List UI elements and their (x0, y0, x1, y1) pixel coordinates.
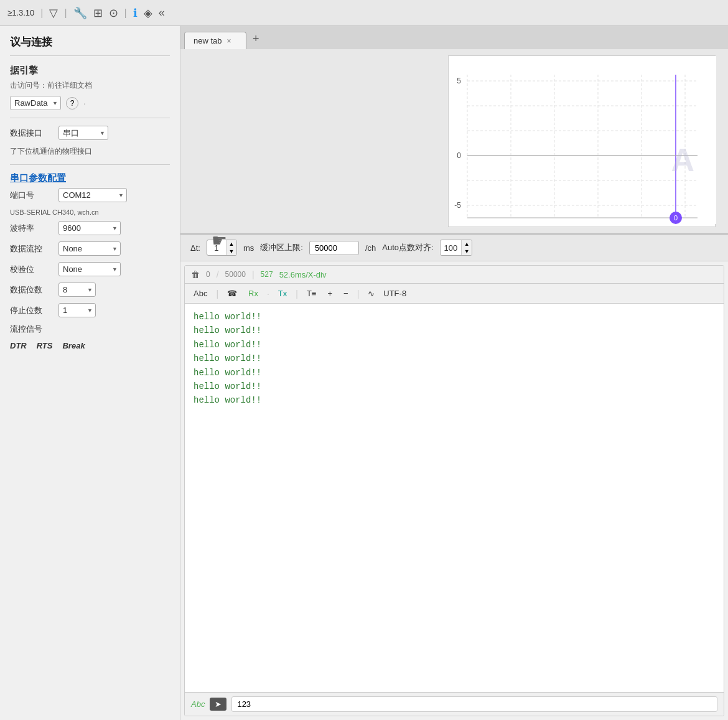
output-area: hello world!!hello world!!hello world!!h… (185, 304, 724, 692)
rts-button[interactable]: RTS (37, 341, 53, 350)
flow-signal-label: 流控信号 (10, 324, 54, 335)
flow-select-wrap[interactable]: None (58, 241, 121, 256)
svg-text:-5: -5 (454, 201, 461, 210)
data-engine-title: 据引擎 (10, 65, 170, 77)
delta-t-spin-buttons[interactable]: ▲ ▼ (226, 240, 236, 255)
auto-spin-buttons[interactable]: ▲ ▼ (461, 240, 472, 255)
target-icon[interactable]: ⊙ (109, 6, 118, 20)
data-engine-link[interactable]: 击访问号：前往详细文档 (10, 80, 170, 91)
parity-row: 校验位 None (10, 262, 170, 276)
active-tab[interactable]: new tab × (184, 32, 246, 49)
phone-button[interactable]: ☎ (225, 288, 240, 299)
data-bits-select[interactable]: 8 (58, 283, 96, 297)
chart-container: 5 0 -5 -526 ms -263 0 A (180, 49, 728, 233)
auto-up[interactable]: ▲ (462, 240, 472, 248)
text-align-button[interactable]: T≡ (304, 288, 319, 299)
output-line: hello world!! (194, 366, 715, 380)
data-bits-label: 数据位数 (10, 284, 54, 296)
auto-down[interactable]: ▼ (462, 248, 472, 255)
svg-text:0: 0 (457, 151, 461, 160)
parity-select-wrap[interactable]: None (58, 262, 121, 276)
divider-2 (10, 164, 170, 165)
settings-icon[interactable]: 🔧 (73, 6, 87, 20)
svg-text:5: 5 (457, 77, 461, 85)
baud-select-wrap[interactable]: 9600 (58, 221, 121, 235)
sidebar-title: 议与连接 (10, 35, 170, 56)
info-icon[interactable]: ℹ (133, 6, 138, 20)
fingerprint-icon[interactable]: ◈ (144, 6, 152, 20)
tab-close-button[interactable]: × (227, 37, 231, 45)
rawdata-select-wrap[interactable]: RawData (10, 96, 61, 110)
stop-bits-label: 停止位数 (10, 305, 54, 316)
data-interface-label: 数据接口 (10, 128, 54, 139)
wave-button[interactable]: ∿ (365, 288, 377, 299)
tab-add-button[interactable]: + (248, 30, 264, 48)
monitor-top-bar: 🗑 0 / 50000 | 527 52.6ms/X-div (185, 266, 724, 284)
buffer-unit: /ch (365, 243, 376, 253)
port-row: 端口号 COM12 (10, 188, 170, 202)
layers-icon[interactable]: ⊞ (93, 6, 103, 20)
input-bar: Abc ➤ (185, 692, 724, 716)
tab-label: new tab (194, 36, 222, 45)
monitor-speed: 52.6ms/X-div (279, 270, 327, 279)
minus-button[interactable]: − (341, 288, 351, 299)
trash-icon[interactable]: 🗑 (191, 269, 200, 279)
parity-select[interactable]: None (58, 262, 121, 276)
interface-select-wrap[interactable]: 串口 (58, 126, 108, 140)
rx-button[interactable]: Rx (246, 288, 261, 299)
delta-t-spinner[interactable]: 1 ▲ ▼ (207, 240, 237, 256)
baud-label: 波特率 (10, 223, 54, 234)
input-abc-label: Abc (191, 699, 205, 709)
output-line: hello world!! (194, 352, 715, 365)
serial-input[interactable] (231, 696, 717, 712)
tx-button[interactable]: Tx (276, 288, 289, 299)
abc-format-button[interactable]: Abc (191, 288, 210, 299)
oscilloscope-chart: 5 0 -5 -526 ms -263 0 A (449, 56, 716, 224)
scope-container: Δt: 1 ▲ ▼ ms 缓冲区上限: /ch Auto点数对齐: 100 ▲ (180, 233, 728, 720)
serial-params-title[interactable]: 串口参数配置 (10, 172, 170, 184)
plus-button[interactable]: + (325, 288, 335, 299)
count-current: 0 (206, 270, 210, 279)
flow-signal-row: 流控信号 (10, 324, 170, 335)
port-select-wrap[interactable]: COM12 (58, 188, 127, 202)
sidebar: 议与连接 据引擎 击访问号：前往详细文档 RawData ? · 数据接口 串口… (0, 26, 180, 720)
dot-indicator: · (83, 98, 86, 108)
output-line: hello world!! (194, 338, 715, 352)
flow-select[interactable]: None (58, 241, 121, 256)
auto-spinner[interactable]: 100 ▲ ▼ (440, 240, 473, 256)
svg-text:A: A (671, 142, 694, 178)
rawdata-select[interactable]: RawData (10, 96, 61, 110)
break-button[interactable]: Break (62, 341, 85, 350)
buffer-input[interactable] (309, 241, 359, 255)
back-icon[interactable]: « (159, 6, 165, 19)
output-line: hello world!! (194, 324, 715, 337)
delta-t-down[interactable]: ▼ (226, 248, 236, 255)
svg-text:-526: -526 (467, 223, 481, 224)
serial-monitor: 🗑 0 / 50000 | 527 52.6ms/X-div Abc | ☎ R… (184, 265, 724, 716)
stop-bits-select-wrap[interactable]: 1 (58, 303, 96, 317)
flow-label: 数据流控 (10, 243, 54, 255)
divider-1 (10, 118, 170, 118)
output-line: hello world!! (194, 393, 715, 407)
version-label: ≥1.3.10 (7, 8, 34, 17)
port-select[interactable]: COM12 (58, 188, 127, 202)
delta-t-up[interactable]: ▲ (226, 240, 236, 248)
interface-desc: 了下位机通信的物理接口 (10, 146, 170, 157)
interface-select[interactable]: 串口 (58, 126, 108, 140)
stop-bits-select[interactable]: 1 (58, 303, 96, 317)
dtr-button[interactable]: DTR (10, 341, 27, 350)
stop-bits-row: 停止位数 1 (10, 303, 170, 317)
port-info: USB-SERIAL CH340, wch.cn (10, 208, 170, 216)
help-button[interactable]: ? (66, 97, 78, 110)
svg-text:0: 0 (674, 214, 678, 222)
packet-count: 527 (261, 270, 273, 279)
svg-text:ms: ms (559, 223, 569, 224)
auto-value: 100 (441, 242, 462, 254)
send-button[interactable]: ➤ (210, 698, 226, 711)
output-line: hello world!! (194, 310, 715, 324)
settings-bar: Δt: 1 ▲ ▼ ms 缓冲区上限: /ch Auto点数对齐: 100 ▲ (180, 235, 728, 261)
dropdown-icon[interactable]: ▽ (49, 6, 58, 20)
data-bits-select-wrap[interactable]: 8 (58, 283, 96, 297)
parity-label: 校验位 (10, 264, 54, 275)
baud-select[interactable]: 9600 (58, 221, 121, 235)
